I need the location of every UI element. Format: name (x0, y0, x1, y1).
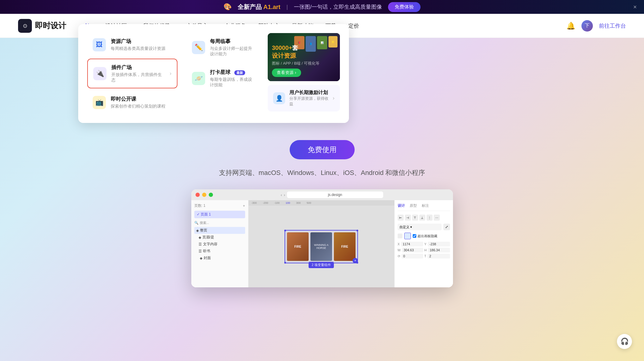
support-button[interactable]: 🎧 (617, 334, 632, 349)
search-placeholder: 搜索... (200, 221, 209, 225)
h-label: H (424, 248, 427, 252)
fullscreen-dot (209, 193, 213, 197)
search-icon: 🔍 (194, 221, 199, 225)
right-panel-tabs: 设计 原型 标注 (398, 203, 450, 211)
menu-item-plugins-title: 插件广场 (111, 64, 165, 71)
top-banner: 🎨 全新产品 A1.art | 一张图/一句话，立即生成高质量图像 免费体验 × (0, 0, 644, 14)
coords-panel: X 1174 Y -238 W 304.63 H (398, 242, 450, 259)
page-1-item[interactable]: ✓ 页面 1 (194, 211, 245, 218)
w-value[interactable]: 304.63 (402, 248, 423, 252)
goto-workspace-button[interactable]: 前往工作台 (599, 22, 626, 29)
add-selection-btn[interactable]: + (353, 258, 358, 263)
layer-icon: ☰ (199, 249, 202, 253)
close-dot (196, 193, 200, 197)
logo-area[interactable]: ⊙ 即时设计 (18, 19, 66, 33)
nav-forward-icon: › (284, 193, 285, 197)
overflow-checkbox[interactable] (413, 234, 416, 238)
menu-item-weekly[interactable]: ✏️ 每周临摹 与众多设计师一起提升设计能力 (186, 33, 259, 62)
bell-icon[interactable]: 🔔 (566, 22, 575, 30)
y-label: Y (424, 242, 427, 246)
menu-item-plugins[interactable]: 🔌 插件广场 开放插件体系，共营插件生态 › (87, 59, 177, 88)
nav-back-icon: ‹ (281, 193, 282, 197)
window-bar: ‹ › js.design (191, 189, 453, 200)
url-text: js.design (328, 193, 342, 197)
menu-item-resources-title: 资源广场 (111, 38, 172, 45)
design-tab[interactable]: 设计 (398, 203, 405, 208)
add-page-icon: + (243, 204, 245, 208)
logo-text: 即时设计 (35, 20, 66, 31)
layer-item-audio[interactable]: ☰ 听书 (194, 248, 245, 255)
user-plan-card[interactable]: 👤 用户长期激励计划 分享开源资源，获得收益 › (268, 85, 340, 112)
search-area: 🔍 搜索... (194, 221, 245, 225)
align-left-icon[interactable]: ⊢ (398, 215, 404, 221)
annotation-tab[interactable]: 标注 (422, 203, 429, 208)
menu-item-weekly-title: 每周临摹 (210, 38, 253, 45)
weekly-icon: ✏️ (192, 41, 205, 54)
app-body: 页数: 1 + ✓ 页面 1 🔍 搜索... ◈ 整页 ◈ 页眉/是 (191, 200, 453, 287)
layer-item-whole-page[interactable]: ◈ 整页 (194, 227, 245, 234)
prototype-tab[interactable]: 原型 (410, 203, 417, 208)
promo-sub-text: 图标 / APP / B端 / 可视化等 (272, 61, 319, 66)
align-center-h-icon[interactable]: ⊣ (405, 215, 411, 221)
h-value[interactable]: 186.34 (428, 248, 450, 252)
menu-item-weekly-desc: 与众多设计师一起提升设计能力 (210, 46, 253, 57)
align-top-icon[interactable]: ⊥ (419, 215, 425, 221)
r-value[interactable]: 0 (402, 254, 423, 259)
resize-icon[interactable]: ⤢ (443, 224, 450, 230)
distribute-icon[interactable]: ⋯ (434, 215, 440, 221)
r-field: ⟳ 0 (398, 254, 423, 259)
dropdown-left-panel: 🖼 资源广场 每周精选各类高质量设计资源 🔌 插件广场 开放插件体系，共营插件生… (87, 33, 177, 114)
close-icon[interactable]: × (633, 4, 637, 11)
dropdown-right-panel: 📕 📘 📊 ⭐ 30000+套 设计资源 图标 / APP / B端 / 可视化… (268, 33, 340, 114)
promo-card[interactable]: 📕 📘 📊 ⭐ 30000+套 设计资源 图标 / APP / B端 / 可视化… (268, 33, 340, 81)
plan-icon: 👤 (273, 92, 285, 104)
banner-brand: A1.art (263, 4, 281, 10)
align-tools: ⊢ ⊣ ⊤ ⊥ ⋮ ⋯ (398, 215, 450, 221)
y-value[interactable]: -238 (428, 242, 450, 246)
page-count-label: 页数: 1 (194, 203, 205, 208)
align-right-icon[interactable]: ⊤ (412, 215, 418, 221)
new-badge: 最新 (234, 70, 245, 75)
x-value[interactable]: 1174 (401, 242, 423, 246)
size-preset-row: 自定义 ▾ ⤢ (398, 224, 450, 230)
promo-view-btn[interactable]: 查看资源 › (272, 69, 301, 77)
nav-item-pricing[interactable]: 定价 (348, 22, 359, 29)
banner-logo-icon: 🎨 (223, 3, 232, 11)
r2-value[interactable]: 2 (427, 254, 450, 259)
planet-icon: 🪐 (192, 72, 205, 85)
menu-item-course[interactable]: 📺 即时公开课 探索创作者们精心策划的课程 (87, 91, 177, 114)
banner-free-btn[interactable]: 免费体验 (388, 2, 421, 12)
logo-icon: ⊙ (18, 19, 32, 33)
chevron-right-plan-icon: › (333, 95, 334, 101)
dropdown-menu: 🖼 资源广场 每周精选各类高质量设计资源 🔌 插件广场 开放插件体系，共营插件生… (78, 24, 349, 123)
banner-title: 全新产品 A1.art (238, 3, 280, 11)
selection-handle-tl (284, 230, 286, 231)
align-middle-icon[interactable]: ⋮ (427, 215, 433, 221)
x-field: X 1174 (398, 242, 423, 246)
x-label: X (398, 242, 400, 246)
canvas-area: -300-200-100100300500 FIRE WI (248, 200, 394, 287)
plan-title: 用户长期激励计划 (289, 90, 328, 96)
menu-item-resources[interactable]: 🖼 资源广场 每周精选各类高质量设计资源 (87, 33, 177, 56)
promo-resource-text: 设计资源 (272, 52, 296, 59)
free-use-button[interactable]: 免费使用 (290, 140, 355, 159)
menu-item-planet[interactable]: 🪐 打卡星球 最新 每期专题训练，养成设计技能 (186, 64, 259, 93)
avatar[interactable]: 下 (581, 20, 593, 32)
layer-item-cover[interactable]: ◈ 封面 (194, 255, 245, 262)
overflow-label: 超出画板隐藏 (413, 234, 437, 238)
menu-item-resources-text: 资源广场 每周精选各类高质量设计资源 (111, 38, 172, 51)
r2-field: T 2 (424, 254, 450, 259)
clip-active-icon[interactable] (404, 233, 411, 239)
selection-box (285, 230, 358, 263)
nav-pricing-label: 定价 (348, 22, 359, 29)
menu-item-weekly-text: 每周临摹 与众多设计师一起提升设计能力 (210, 38, 253, 57)
size-preset-dropdown[interactable]: 自定义 ▾ (398, 224, 442, 230)
h-field: H 186.34 (424, 248, 450, 252)
layer-icon: ◈ (199, 235, 201, 240)
layer-item-text[interactable]: ☰ 文字内容 (194, 241, 245, 248)
layer-item-header[interactable]: ◈ 页眉/是 (194, 234, 245, 241)
free-btn-area: 免费使用 (290, 134, 355, 159)
menu-item-plugins-text: 插件广场 开放插件体系，共营插件生态 (111, 64, 165, 83)
menu-item-course-text: 即时公开课 探索创作者们精心策划的课程 (111, 96, 172, 109)
plan-desc: 分享开源资源，获得收益 (289, 96, 328, 107)
